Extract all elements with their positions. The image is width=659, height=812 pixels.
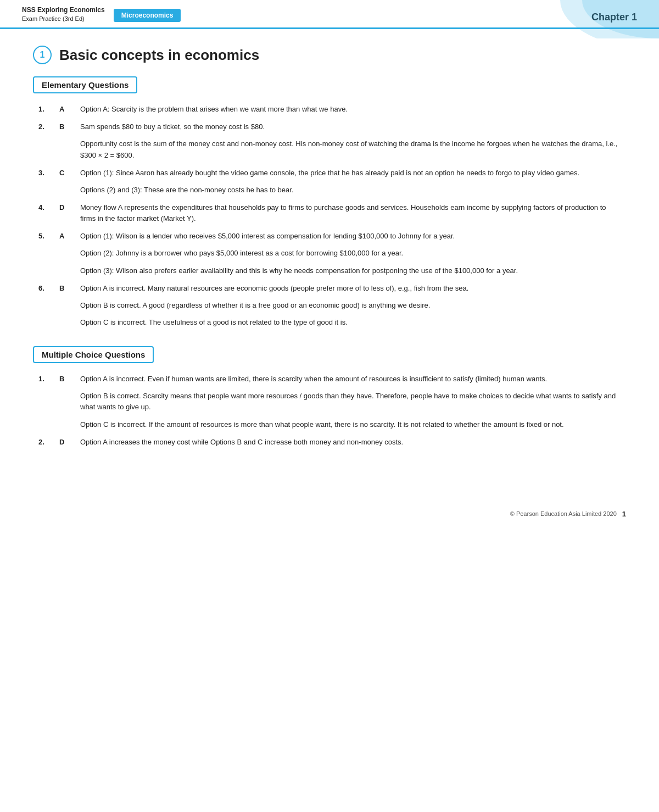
table-row: 1. A Option A: Scarcity is the problem t… [33, 102, 626, 116]
question-answer-empty [59, 296, 80, 313]
question-explanation: Option A increases the money cost while … [80, 435, 626, 449]
question-explanation-cont: Option B is correct. Scarcity means that… [80, 386, 626, 414]
footer: © Pearson Education Asia Limited 2020 1 [0, 510, 659, 518]
question-explanation-cont: Options (2) and (3): These are the non-m… [80, 180, 626, 197]
table-row: Option C is incorrect. If the amount of … [33, 415, 626, 432]
table-row: Option B is correct. Scarcity means that… [33, 386, 626, 414]
question-explanation: Sam spends $80 to buy a ticket, so the m… [80, 120, 626, 134]
elementary-questions-table: 1. A Option A: Scarcity is the problem t… [33, 102, 626, 333]
header-arc-decoration [549, 0, 659, 38]
chapter-number-circle: 1 [33, 46, 52, 64]
book-title: NSS Exploring Economics [22, 5, 105, 15]
table-row: Option (3): Wilson also prefers earlier … [33, 261, 626, 278]
question-explanation: Option (1): Since Aaron has already boug… [80, 166, 626, 180]
spacer-row [33, 449, 626, 453]
question-explanation: Option A is incorrect. Even if human wan… [80, 372, 626, 386]
subject-badge: Microeconomics [114, 9, 181, 22]
mcq-questions-table: 1. B Option A is incorrect. Even if huma… [33, 372, 626, 453]
question-answer: B [59, 372, 80, 386]
spacer-row [33, 330, 626, 333]
footer-page: 1 [622, 510, 626, 518]
book-title-block: NSS Exploring Economics Exam Practice (3… [22, 5, 105, 23]
question-number: 1. [33, 102, 59, 116]
question-answer: A [59, 102, 80, 116]
chapter-heading: 1 Basic concepts in economics [33, 46, 626, 64]
question-answer: B [59, 281, 80, 296]
question-explanation-cont: Option C is incorrect. If the amount of … [80, 415, 626, 432]
question-explanation: Option A: Scarcity is the problem that a… [80, 102, 626, 116]
question-number: 2. [33, 435, 59, 449]
table-row: 4. D Money flow A represents the expendi… [33, 201, 626, 226]
question-number-empty [33, 313, 59, 330]
question-answer-empty [59, 386, 80, 414]
table-row: 2. B Sam spends $80 to buy a ticket, so … [33, 120, 626, 134]
question-number: 4. [33, 201, 59, 226]
question-explanation-cont: Option (2): Johnny is a borrower who pay… [80, 243, 626, 260]
section-box-elementary: Elementary Questions [33, 76, 137, 93]
table-row: Option (2): Johnny is a borrower who pay… [33, 243, 626, 260]
section-title-elementary: Elementary Questions [42, 80, 129, 90]
question-number: 6. [33, 281, 59, 296]
table-row: Opportunity cost is the sum of the money… [33, 134, 626, 162]
question-number-empty [33, 243, 59, 260]
header: NSS Exploring Economics Exam Practice (3… [0, 0, 659, 29]
question-number-empty [33, 134, 59, 162]
section-box-mcq: Multiple Choice Questions [33, 346, 154, 363]
question-explanation: Money flow A represents the expenditures… [80, 201, 626, 226]
question-number: 2. [33, 120, 59, 134]
table-row: 1. B Option A is incorrect. Even if huma… [33, 372, 626, 386]
question-explanation-cont: Opportunity cost is the sum of the money… [80, 134, 626, 162]
question-answer-empty [59, 134, 80, 162]
question-answer: C [59, 166, 80, 180]
question-number-empty [33, 261, 59, 278]
table-row: Option C is incorrect. The usefulness of… [33, 313, 626, 330]
question-number-empty [33, 296, 59, 313]
question-answer-empty [59, 313, 80, 330]
question-explanation: Option A is incorrect. Many natural reso… [80, 281, 626, 296]
question-explanation-cont: Option C is incorrect. The usefulness of… [80, 313, 626, 330]
book-subtitle: Exam Practice (3rd Ed) [22, 15, 105, 23]
table-row: Option B is correct. A good (regardless … [33, 296, 626, 313]
table-row: 6. B Option A is incorrect. Many natural… [33, 281, 626, 296]
table-row: 5. A Option (1): Wilson is a lender who … [33, 229, 626, 243]
question-number-empty [33, 386, 59, 414]
table-row: Options (2) and (3): These are the non-m… [33, 180, 626, 197]
question-number-empty [33, 180, 59, 197]
question-answer-empty [59, 261, 80, 278]
question-number-empty [33, 415, 59, 432]
question-explanation-cont: Option B is correct. A good (regardless … [80, 296, 626, 313]
question-number: 5. [33, 229, 59, 243]
section-elementary: Elementary Questions 1. A Option A: Scar… [33, 76, 626, 333]
footer-copyright: © Pearson Education Asia Limited 2020 [510, 510, 617, 517]
question-number: 3. [33, 166, 59, 180]
question-explanation: Option (1): Wilson is a lender who recei… [80, 229, 626, 243]
section-title-mcq: Multiple Choice Questions [42, 350, 145, 359]
question-answer: D [59, 201, 80, 226]
question-number: 1. [33, 372, 59, 386]
question-answer-empty [59, 180, 80, 197]
chapter-title: Basic concepts in economics [59, 47, 259, 64]
main-content: 1 Basic concepts in economics Elementary… [0, 29, 659, 488]
question-explanation-cont: Option (3): Wilson also prefers earlier … [80, 261, 626, 278]
question-answer-empty [59, 243, 80, 260]
question-answer: D [59, 435, 80, 449]
question-answer: A [59, 229, 80, 243]
question-answer-empty [59, 415, 80, 432]
table-row: 3. C Option (1): Since Aaron has already… [33, 166, 626, 180]
table-row: 2. D Option A increases the money cost w… [33, 435, 626, 449]
question-answer: B [59, 120, 80, 134]
section-multiple-choice: Multiple Choice Questions 1. B Option A … [33, 346, 626, 453]
